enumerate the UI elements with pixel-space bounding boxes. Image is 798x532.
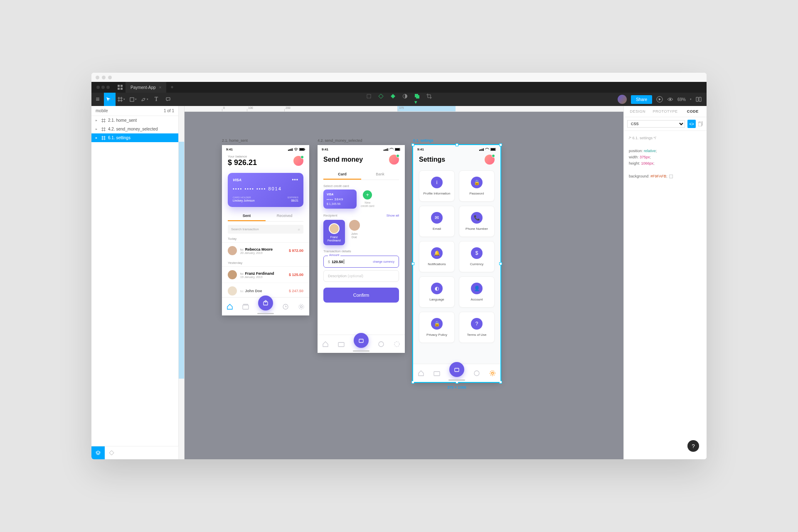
- svg-rect-42: [395, 148, 399, 150]
- gear-icon[interactable]: [489, 370, 496, 377]
- transaction-row[interactable]: to: Franz Ferdinand19 January, 2019 $ 12…: [222, 266, 309, 283]
- svg-rect-44: [359, 339, 363, 342]
- more-icon[interactable]: •••: [292, 177, 298, 183]
- settings-card[interactable]: $Currency: [459, 241, 495, 272]
- show-all-link[interactable]: Show all: [387, 214, 399, 217]
- book-icon[interactable]: [696, 97, 702, 102]
- settings-card-label: Phone Number: [462, 227, 492, 231]
- instance-icon[interactable]: [390, 94, 396, 105]
- wallet-icon[interactable]: [338, 341, 345, 347]
- svg-rect-0: [118, 85, 120, 87]
- svg-rect-3: [121, 88, 123, 90]
- fab-send[interactable]: [354, 333, 369, 348]
- shape-tool[interactable]: ▾: [127, 93, 139, 106]
- fab-send[interactable]: [258, 296, 273, 310]
- svg-point-39: [300, 305, 303, 308]
- avatar[interactable]: [389, 155, 399, 165]
- window-controls[interactable]: [91, 86, 115, 89]
- fab-send[interactable]: [449, 362, 464, 377]
- tab-prototype[interactable]: PROTOTYPE: [651, 106, 679, 117]
- svg-point-45: [379, 342, 384, 347]
- change-currency-link[interactable]: change currency: [373, 260, 394, 263]
- settings-card-label: Password: [462, 192, 492, 195]
- settings-card[interactable]: 👤Account: [459, 276, 495, 308]
- clock-icon[interactable]: [378, 341, 384, 347]
- avatar[interactable]: [293, 156, 303, 166]
- align-icon[interactable]: [366, 94, 372, 105]
- crop-icon[interactable]: [426, 94, 432, 105]
- share-button[interactable]: Share: [631, 95, 652, 104]
- gear-icon[interactable]: [394, 341, 400, 347]
- settings-card[interactable]: 🔒Privacy Policy: [419, 312, 455, 343]
- text-tool[interactable]: T: [150, 93, 162, 106]
- tab-bank[interactable]: Bank: [361, 170, 399, 180]
- pen-tool[interactable]: ▾: [139, 93, 150, 106]
- home-icon[interactable]: [322, 341, 329, 347]
- settings-card[interactable]: iProfile Information: [419, 170, 455, 202]
- clock-icon[interactable]: [473, 370, 480, 377]
- settings-card[interactable]: 📞Phone Number: [459, 206, 495, 237]
- amount-input[interactable]: Amount $ 120.50 change currency: [323, 256, 399, 268]
- artboard-settings[interactable]: 6.1. settings 375 × 1066 9:41 Settings i…: [413, 145, 500, 382]
- page-name[interactable]: mobile: [96, 108, 108, 113]
- tab-received[interactable]: Received: [266, 211, 303, 221]
- settings-card[interactable]: 🔔Notifications: [419, 241, 455, 272]
- assets-icon[interactable]: [105, 446, 118, 460]
- ruler-vertical: [179, 106, 185, 459]
- description-input[interactable]: Description (optional): [323, 270, 399, 282]
- gear-icon[interactable]: [298, 303, 305, 310]
- settings-card-label: Currency: [462, 262, 492, 266]
- hamburger-menu[interactable]: ≡: [91, 93, 104, 106]
- clock-icon[interactable]: [282, 303, 289, 310]
- home-icon[interactable]: [227, 303, 233, 310]
- canvas[interactable]: 0 100 200 375 2.1. home_sent 9:41: [179, 106, 623, 459]
- comment-tool[interactable]: [162, 93, 174, 106]
- artboard-send-money[interactable]: 4.2. send_money_selected 9:41 Send money…: [318, 145, 405, 353]
- play-icon[interactable]: [656, 96, 663, 103]
- settings-card[interactable]: ◐Language: [419, 276, 455, 308]
- help-button[interactable]: ?: [687, 440, 699, 452]
- grid-icon[interactable]: [115, 82, 126, 93]
- settings-card[interactable]: ✉Email: [419, 206, 455, 237]
- document-tab[interactable]: Payment-App ×: [126, 82, 166, 93]
- credit-card[interactable]: ••• VISA •••• •••• •••• 8014 CARD HOLDER…: [228, 173, 303, 207]
- tab-design[interactable]: DESIGN: [624, 106, 651, 117]
- layers-icon[interactable]: [91, 446, 105, 460]
- artboard-home[interactable]: 2.1. home_sent 9:41 Your balance $ 926.2…: [222, 145, 309, 315]
- wallet-icon[interactable]: [433, 370, 440, 376]
- user-avatar[interactable]: [618, 95, 627, 104]
- zoom-level[interactable]: 69%: [677, 97, 686, 102]
- eye-icon[interactable]: [667, 97, 673, 101]
- mask-icon[interactable]: [402, 94, 408, 105]
- move-tool[interactable]: ▾: [104, 93, 116, 106]
- tab-sent[interactable]: Sent: [228, 211, 266, 221]
- tab-code[interactable]: CODE: [679, 106, 707, 117]
- close-icon[interactable]: ×: [159, 85, 162, 90]
- frame-tool[interactable]: ▾: [116, 93, 127, 106]
- code-language-select[interactable]: CSS: [627, 120, 685, 128]
- layer-item-selected[interactable]: ▸ 6.1. settings: [91, 133, 178, 142]
- code-output[interactable]: /* 6.1. settings */ position: relative; …: [624, 131, 707, 184]
- component-icon[interactable]: [378, 94, 384, 105]
- home-icon[interactable]: [418, 370, 424, 377]
- tab-card[interactable]: Card: [323, 170, 361, 180]
- wallet-icon[interactable]: [242, 304, 249, 310]
- copy-icon[interactable]: [698, 121, 703, 126]
- avatar[interactable]: [485, 155, 495, 165]
- union-icon[interactable]: ▾: [414, 94, 420, 105]
- inspector-panel: DESIGN PROTOTYPE CODE CSS <> /* 6.1. set…: [623, 106, 707, 459]
- settings-card[interactable]: 🔒Password: [459, 170, 495, 202]
- recipient-selected[interactable]: Franz Ferdinand: [323, 220, 345, 245]
- transaction-row[interactable]: to: Rebecca Moore20 January, 2019 $ 972.…: [222, 242, 309, 259]
- layer-item[interactable]: ▸ 2.1. home_sent: [91, 116, 178, 125]
- layer-item[interactable]: ▸ 4.2. send_money_selected: [91, 125, 178, 133]
- search-input[interactable]: Search transaction ⌕: [228, 225, 303, 234]
- recipient[interactable]: John Doe: [349, 220, 360, 245]
- confirm-button[interactable]: Confirm: [323, 288, 399, 303]
- settings-card[interactable]: ?Terms of Use: [459, 312, 495, 343]
- new-card-button[interactable]: + New credit card: [361, 190, 374, 208]
- new-tab-button[interactable]: +: [166, 84, 177, 90]
- code-icon[interactable]: <>: [687, 120, 696, 128]
- color-swatch[interactable]: [669, 175, 673, 178]
- credit-card-mini[interactable]: VISA •••• 3849 $ 1,345.56: [323, 190, 357, 209]
